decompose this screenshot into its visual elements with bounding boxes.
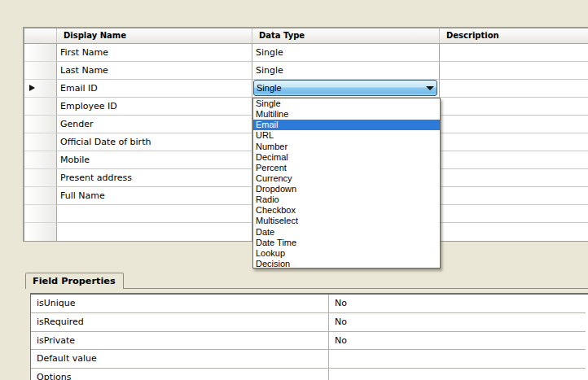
description-cell[interactable] bbox=[440, 223, 588, 241]
dropdown-item[interactable]: Decimal bbox=[253, 152, 440, 163]
property-name-cell[interactable]: isPrivate bbox=[31, 332, 329, 350]
row-header-cell[interactable] bbox=[24, 223, 57, 241]
table-row: Last Name Single bbox=[24, 62, 588, 80]
display-name-cell[interactable]: First Name bbox=[57, 44, 252, 62]
combobox-value: Single bbox=[257, 83, 282, 93]
column-header-data-type[interactable]: Data Type bbox=[252, 28, 440, 43]
display-name-cell[interactable]: Employee ID bbox=[57, 98, 252, 116]
property-row: Default value bbox=[31, 350, 586, 369]
dropdown-item[interactable]: Date Time bbox=[253, 238, 440, 248]
property-value-cell[interactable] bbox=[329, 350, 586, 368]
property-name-cell[interactable]: Options bbox=[31, 369, 329, 380]
display-name-cell[interactable]: Last Name bbox=[57, 62, 252, 80]
property-row: isRequired No bbox=[31, 313, 586, 332]
data-type-dropdown-list: Single Multiline Email URL Number Decima… bbox=[252, 98, 441, 269]
display-name-cell[interactable]: Gender bbox=[57, 116, 252, 133]
dropdown-item[interactable]: Multiline bbox=[253, 109, 440, 120]
property-row: isPrivate No bbox=[31, 332, 586, 351]
description-cell[interactable] bbox=[440, 187, 588, 205]
combobox-dropdown-arrow-icon[interactable] bbox=[426, 86, 434, 90]
property-value-cell[interactable] bbox=[329, 369, 586, 380]
dropdown-item[interactable]: URL bbox=[253, 130, 440, 141]
description-cell[interactable] bbox=[440, 169, 588, 187]
property-value-cell[interactable]: No bbox=[329, 295, 586, 312]
description-cell[interactable] bbox=[440, 205, 588, 223]
dropdown-item[interactable]: Date bbox=[253, 227, 440, 238]
dropdown-item[interactable]: Checkbox bbox=[253, 205, 440, 216]
data-type-cell[interactable]: Single bbox=[252, 62, 440, 80]
dropdown-item[interactable]: Radio bbox=[253, 194, 440, 205]
data-type-cell[interactable]: Single bbox=[252, 44, 440, 62]
row-header-cell[interactable] bbox=[24, 44, 57, 62]
property-row: isUnique No bbox=[31, 295, 586, 313]
dropdown-item[interactable]: Percent bbox=[253, 163, 440, 173]
dropdown-item[interactable]: Number bbox=[253, 142, 440, 152]
data-type-combobox[interactable]: Single bbox=[253, 80, 437, 96]
display-name-cell[interactable] bbox=[57, 223, 252, 241]
dropdown-item[interactable]: Lookup bbox=[253, 248, 440, 259]
row-header-cell[interactable] bbox=[24, 133, 57, 151]
dropdown-item[interactable]: Multiselect bbox=[253, 216, 440, 226]
row-header-cell[interactable] bbox=[24, 80, 57, 98]
description-cell[interactable] bbox=[440, 133, 588, 151]
description-cell[interactable] bbox=[440, 80, 588, 98]
row-header-cell[interactable] bbox=[24, 205, 57, 223]
display-name-cell[interactable]: Mobile bbox=[57, 151, 252, 169]
tab-field-properties[interactable]: Field Properties bbox=[25, 273, 124, 289]
row-header-cell[interactable] bbox=[24, 62, 57, 80]
display-name-cell[interactable]: Official Date of birth bbox=[57, 133, 252, 151]
dropdown-item[interactable]: Email bbox=[253, 120, 440, 130]
description-cell[interactable] bbox=[440, 116, 588, 133]
dropdown-item[interactable]: Decision bbox=[253, 259, 440, 269]
column-header-display-name[interactable]: Display Name bbox=[57, 28, 252, 43]
row-header-cell[interactable] bbox=[24, 116, 57, 133]
property-row: Options bbox=[31, 369, 586, 380]
app-window: Display Name Data Type Description First… bbox=[0, 0, 588, 380]
grid-corner-header[interactable] bbox=[24, 28, 57, 43]
description-cell[interactable] bbox=[440, 44, 588, 62]
row-header-cell[interactable] bbox=[24, 98, 57, 116]
display-name-cell[interactable]: Present address bbox=[57, 169, 252, 187]
display-name-cell[interactable]: Email ID bbox=[57, 80, 252, 98]
field-properties-table: isUnique No isRequired No isPrivate No D… bbox=[30, 293, 588, 380]
description-cell[interactable] bbox=[440, 62, 588, 80]
grid-header-row: Display Name Data Type Description bbox=[24, 28, 588, 44]
row-header-cell[interactable] bbox=[24, 151, 57, 169]
property-value-cell[interactable]: No bbox=[329, 313, 586, 331]
tab-field-properties-label: Field Properties bbox=[33, 276, 116, 286]
display-name-cell[interactable]: Full Name bbox=[57, 187, 252, 205]
current-row-indicator-icon bbox=[29, 85, 35, 91]
property-name-cell[interactable]: isRequired bbox=[31, 313, 329, 331]
dropdown-item[interactable]: Dropdown bbox=[253, 184, 440, 194]
row-header-cell[interactable] bbox=[24, 169, 57, 187]
table-row: First Name Single bbox=[24, 44, 588, 62]
description-cell[interactable] bbox=[440, 98, 588, 116]
dropdown-item[interactable]: Single bbox=[253, 98, 440, 109]
description-cell[interactable] bbox=[440, 151, 588, 169]
column-header-description[interactable]: Description bbox=[440, 28, 588, 43]
property-name-cell[interactable]: Default value bbox=[31, 350, 329, 368]
property-value-cell[interactable]: No bbox=[329, 332, 586, 350]
property-name-cell[interactable]: isUnique bbox=[31, 295, 329, 312]
row-header-cell[interactable] bbox=[24, 187, 57, 205]
dropdown-item[interactable]: Currency bbox=[253, 173, 440, 184]
display-name-cell[interactable] bbox=[57, 205, 252, 223]
